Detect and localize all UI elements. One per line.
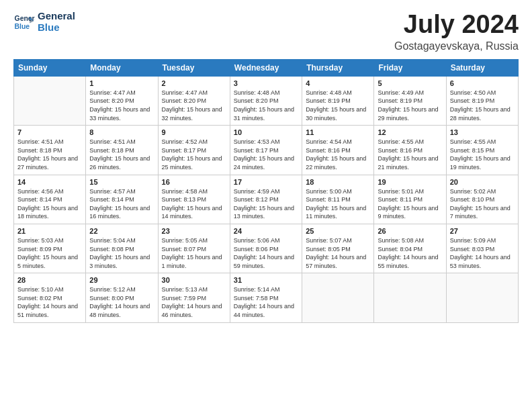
table-row: 14Sunrise: 4:56 AMSunset: 8:14 PMDayligh… (14, 175, 86, 224)
table-row: 5Sunrise: 4:49 AMSunset: 8:19 PMDaylight… (374, 76, 446, 125)
day-number: 8 (89, 128, 154, 136)
day-number: 24 (234, 227, 298, 235)
day-number: 18 (306, 178, 370, 186)
day-info: Sunrise: 4:49 AMSunset: 8:19 PMDaylight:… (378, 89, 442, 122)
day-info: Sunrise: 5:02 AMSunset: 8:10 PMDaylight:… (450, 187, 515, 221)
logo-text: General Blue (38, 11, 75, 33)
table-row: 8Sunrise: 4:51 AMSunset: 8:18 PMDaylight… (86, 126, 158, 175)
day-number: 31 (234, 276, 298, 284)
day-info: Sunrise: 4:59 AMSunset: 8:12 PMDaylight:… (234, 187, 298, 221)
col-thursday: Thursday (302, 59, 374, 76)
day-number: 2 (162, 79, 226, 87)
day-number: 4 (306, 79, 370, 87)
calendar-week-row: 28Sunrise: 5:10 AMSunset: 8:02 PMDayligh… (14, 273, 519, 322)
day-number: 3 (234, 79, 298, 87)
table-row: 23Sunrise: 5:05 AMSunset: 8:07 PMDayligh… (158, 224, 230, 273)
table-row: 19Sunrise: 5:01 AMSunset: 8:11 PMDayligh… (374, 175, 446, 224)
day-number: 17 (234, 178, 298, 186)
table-row: 28Sunrise: 5:10 AMSunset: 8:02 PMDayligh… (14, 273, 86, 322)
table-row: 1Sunrise: 4:47 AMSunset: 8:20 PMDaylight… (86, 76, 158, 125)
day-info: Sunrise: 4:51 AMSunset: 8:18 PMDaylight:… (17, 138, 82, 171)
calendar-week-row: 14Sunrise: 4:56 AMSunset: 8:14 PMDayligh… (14, 175, 519, 224)
calendar-week-row: 1Sunrise: 4:47 AMSunset: 8:20 PMDaylight… (14, 76, 519, 125)
table-row: 24Sunrise: 5:06 AMSunset: 8:06 PMDayligh… (230, 224, 302, 273)
logo-icon: General Blue (13, 11, 35, 33)
header: General Blue General Blue July 2024 Gost… (13, 11, 519, 52)
col-wednesday: Wednesday (230, 59, 302, 76)
col-monday: Monday (86, 59, 158, 76)
day-info: Sunrise: 5:00 AMSunset: 8:11 PMDaylight:… (306, 187, 370, 221)
table-row (374, 273, 446, 322)
table-row: 31Sunrise: 5:14 AMSunset: 7:58 PMDayligh… (230, 273, 302, 322)
logo-line2: Blue (38, 21, 60, 33)
day-info: Sunrise: 4:54 AMSunset: 8:16 PMDaylight:… (306, 138, 370, 171)
day-number: 25 (306, 227, 370, 235)
table-row: 30Sunrise: 5:13 AMSunset: 7:59 PMDayligh… (158, 273, 230, 322)
day-info: Sunrise: 5:01 AMSunset: 8:11 PMDaylight:… (378, 187, 442, 221)
table-row: 6Sunrise: 4:50 AMSunset: 8:19 PMDaylight… (446, 76, 518, 125)
table-row (446, 273, 518, 322)
day-info: Sunrise: 4:53 AMSunset: 8:17 PMDaylight:… (234, 138, 298, 171)
table-row: 4Sunrise: 4:48 AMSunset: 8:19 PMDaylight… (302, 76, 374, 125)
day-number: 14 (17, 178, 82, 186)
table-row (14, 76, 86, 125)
col-tuesday: Tuesday (158, 59, 230, 76)
day-number: 7 (17, 128, 82, 136)
day-info: Sunrise: 5:06 AMSunset: 8:06 PMDaylight:… (234, 236, 298, 270)
day-info: Sunrise: 5:08 AMSunset: 8:04 PMDaylight:… (378, 236, 442, 270)
day-info: Sunrise: 4:55 AMSunset: 8:15 PMDaylight:… (450, 138, 515, 171)
calendar-header-row: Sunday Monday Tuesday Wednesday Thursday… (14, 59, 519, 76)
logo: General Blue General Blue (13, 11, 75, 33)
month-title: July 2024 (394, 11, 519, 39)
day-info: Sunrise: 4:47 AMSunset: 8:20 PMDaylight:… (89, 89, 154, 122)
day-info: Sunrise: 4:57 AMSunset: 8:14 PMDaylight:… (89, 187, 154, 221)
table-row: 12Sunrise: 4:55 AMSunset: 8:16 PMDayligh… (374, 126, 446, 175)
col-sunday: Sunday (14, 59, 86, 76)
day-info: Sunrise: 4:47 AMSunset: 8:20 PMDaylight:… (162, 89, 226, 122)
day-info: Sunrise: 5:14 AMSunset: 7:58 PMDaylight:… (234, 285, 298, 319)
day-info: Sunrise: 5:07 AMSunset: 8:05 PMDaylight:… (306, 236, 370, 270)
day-number: 10 (234, 128, 298, 136)
location-title: Gostagayevskaya, Russia (394, 40, 519, 52)
table-row: 2Sunrise: 4:47 AMSunset: 8:20 PMDaylight… (158, 76, 230, 125)
table-row: 13Sunrise: 4:55 AMSunset: 8:15 PMDayligh… (446, 126, 518, 175)
table-row: 9Sunrise: 4:52 AMSunset: 8:17 PMDaylight… (158, 126, 230, 175)
day-info: Sunrise: 4:58 AMSunset: 8:13 PMDaylight:… (162, 187, 226, 221)
day-number: 23 (162, 227, 226, 235)
table-row: 26Sunrise: 5:08 AMSunset: 8:04 PMDayligh… (374, 224, 446, 273)
day-number: 6 (450, 79, 515, 87)
table-row: 7Sunrise: 4:51 AMSunset: 8:18 PMDaylight… (14, 126, 86, 175)
table-row: 15Sunrise: 4:57 AMSunset: 8:14 PMDayligh… (86, 175, 158, 224)
table-row: 21Sunrise: 5:03 AMSunset: 8:09 PMDayligh… (14, 224, 86, 273)
day-number: 30 (162, 276, 226, 284)
day-number: 21 (17, 227, 82, 235)
table-row: 18Sunrise: 5:00 AMSunset: 8:11 PMDayligh… (302, 175, 374, 224)
table-row (302, 273, 374, 322)
calendar-week-row: 7Sunrise: 4:51 AMSunset: 8:18 PMDaylight… (14, 126, 519, 175)
day-info: Sunrise: 4:56 AMSunset: 8:14 PMDaylight:… (17, 187, 82, 221)
day-info: Sunrise: 5:10 AMSunset: 8:02 PMDaylight:… (17, 285, 82, 319)
day-number: 9 (162, 128, 226, 136)
table-row: 17Sunrise: 4:59 AMSunset: 8:12 PMDayligh… (230, 175, 302, 224)
day-number: 22 (89, 227, 154, 235)
day-number: 19 (378, 178, 442, 186)
day-number: 15 (89, 178, 154, 186)
table-row: 16Sunrise: 4:58 AMSunset: 8:13 PMDayligh… (158, 175, 230, 224)
day-info: Sunrise: 5:05 AMSunset: 8:07 PMDaylight:… (162, 236, 226, 270)
calendar-table: Sunday Monday Tuesday Wednesday Thursday… (13, 59, 519, 323)
col-friday: Friday (374, 59, 446, 76)
logo-line1: General (38, 11, 75, 22)
day-number: 13 (450, 128, 515, 136)
day-info: Sunrise: 4:50 AMSunset: 8:19 PMDaylight:… (450, 89, 515, 122)
table-row: 10Sunrise: 4:53 AMSunset: 8:17 PMDayligh… (230, 126, 302, 175)
col-saturday: Saturday (446, 59, 518, 76)
svg-text:Blue: Blue (15, 22, 30, 30)
day-info: Sunrise: 5:09 AMSunset: 8:03 PMDaylight:… (450, 236, 515, 270)
day-number: 5 (378, 79, 442, 87)
day-number: 1 (89, 79, 154, 87)
day-number: 27 (450, 227, 515, 235)
table-row: 22Sunrise: 5:04 AMSunset: 8:08 PMDayligh… (86, 224, 158, 273)
day-info: Sunrise: 5:04 AMSunset: 8:08 PMDaylight:… (89, 236, 154, 270)
day-info: Sunrise: 4:48 AMSunset: 8:19 PMDaylight:… (306, 89, 370, 122)
table-row: 25Sunrise: 5:07 AMSunset: 8:05 PMDayligh… (302, 224, 374, 273)
